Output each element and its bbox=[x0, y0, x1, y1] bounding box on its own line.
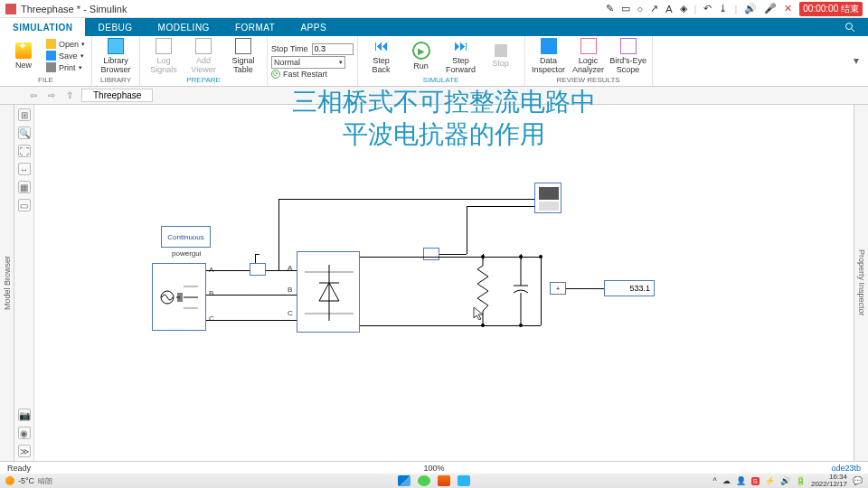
nav-forward-icon[interactable]: ⇨ bbox=[45, 89, 58, 102]
save-icon bbox=[46, 51, 56, 61]
undo-icon[interactable]: ↶ bbox=[703, 3, 712, 14]
taskbar-app-1[interactable] bbox=[418, 475, 430, 486]
tool-screenshot-icon[interactable]: 📷 bbox=[18, 408, 31, 421]
stop-icon bbox=[495, 44, 507, 57]
taskbar-weather[interactable]: -5°C 晴朗 bbox=[5, 476, 52, 486]
taskbar-clock[interactable]: 16:34 2022/12/17 bbox=[811, 474, 847, 488]
library-browser-button[interactable]: Library Browser bbox=[96, 38, 136, 74]
close-icon[interactable]: ✕ bbox=[784, 3, 792, 14]
signal-table-button[interactable]: Signal Table bbox=[223, 38, 263, 74]
block-powergui[interactable]: Continuous bbox=[161, 226, 211, 248]
fast-restart-button[interactable]: ⟳Fast Restart bbox=[271, 70, 327, 79]
taskbar-matlab-icon[interactable] bbox=[438, 475, 450, 486]
tray-onedrive-icon[interactable]: ☁ bbox=[722, 476, 731, 485]
data-inspector-icon bbox=[541, 38, 557, 54]
nav-up-icon[interactable]: ⇧ bbox=[63, 89, 76, 102]
tray-ime-icon[interactable]: S bbox=[751, 477, 760, 485]
tool-fit-icon[interactable]: ⛶ bbox=[18, 145, 31, 157]
block-display[interactable]: 533.1 bbox=[604, 280, 655, 296]
tray-battery-icon[interactable]: 🔋 bbox=[796, 476, 806, 485]
tab-debug[interactable]: DEBUG bbox=[85, 18, 145, 36]
stoptime-input[interactable] bbox=[312, 43, 354, 55]
open-icon bbox=[46, 39, 56, 49]
toolstrip-chevron[interactable]: ▾ bbox=[854, 54, 864, 67]
run-button[interactable]: ▶Run bbox=[401, 38, 441, 74]
tool-annotation-icon[interactable]: ▭ bbox=[18, 199, 31, 211]
open-button[interactable]: Open▾ bbox=[43, 38, 88, 50]
library-group-label: LIBRARY bbox=[96, 75, 136, 84]
log-signals-button[interactable]: Log Signals bbox=[144, 38, 184, 74]
print-button[interactable]: Print▾ bbox=[43, 61, 88, 73]
property-inspector-panel[interactable]: Property Inspector bbox=[854, 105, 868, 461]
rectangle-icon[interactable]: ▭ bbox=[621, 3, 630, 14]
tool-record-icon[interactable]: ◉ bbox=[18, 427, 31, 439]
breadcrumb[interactable]: Threephase bbox=[81, 89, 153, 102]
model-browser-panel[interactable]: Model Browser bbox=[0, 105, 14, 461]
add-viewer-button[interactable]: Add Viewer bbox=[184, 38, 223, 74]
scope-icon bbox=[535, 183, 562, 214]
toolstrip-tabs: SIMULATION DEBUG MODELING FORMAT APPS bbox=[0, 18, 868, 36]
block-scope[interactable] bbox=[534, 183, 561, 213]
speaker-icon[interactable]: 🔊 bbox=[744, 3, 757, 14]
play-icon: ▶ bbox=[412, 42, 430, 60]
weather-icon bbox=[5, 476, 14, 485]
windows-taskbar: -5°C 晴朗 ^ ☁ 👤 S ⚡ 🔊 🔋 16:34 2022/12/17 💬 bbox=[0, 474, 868, 488]
record-timer[interactable]: 00:00:00 结束 bbox=[799, 2, 863, 16]
stoptime-label: Stop Time bbox=[271, 44, 308, 53]
fast-restart-icon: ⟳ bbox=[271, 70, 280, 79]
status-bar: Ready 100% ode23tb bbox=[0, 461, 868, 474]
data-inspector-button[interactable]: Data Inspector bbox=[529, 38, 569, 74]
tool-image-icon[interactable]: ▦ bbox=[18, 181, 31, 193]
tray-people-icon[interactable]: 👤 bbox=[736, 476, 746, 485]
text-icon[interactable]: A bbox=[665, 4, 672, 14]
taskbar-start-icon[interactable] bbox=[398, 475, 410, 486]
viewer-icon bbox=[195, 38, 212, 54]
tray-volume-icon[interactable]: 🔊 bbox=[780, 476, 790, 485]
table-icon bbox=[235, 38, 251, 54]
tray-chevron-icon[interactable]: ^ bbox=[712, 476, 716, 485]
capacitor-icon[interactable] bbox=[514, 257, 528, 325]
tool-more-icon[interactable]: ≫ bbox=[18, 445, 31, 457]
model-canvas[interactable]: 三相桥式不可控整流电路中 平波电抗器的作用 Continuous powergu… bbox=[34, 105, 854, 461]
block-rectifier[interactable] bbox=[297, 251, 360, 333]
tab-apps[interactable]: APPS bbox=[288, 18, 339, 36]
step-forward-button[interactable]: ⏭Step Forward bbox=[441, 38, 481, 74]
tray-wifi-icon[interactable]: ⚡ bbox=[765, 476, 775, 485]
tool-explorer-icon[interactable]: ⊞ bbox=[18, 108, 31, 121]
logic-icon bbox=[580, 38, 597, 54]
birdseye-button[interactable]: Bird's-Eye Scope bbox=[609, 38, 648, 74]
simulation-mode-select[interactable]: Normal▾ bbox=[271, 56, 345, 69]
block-meas2[interactable] bbox=[423, 248, 439, 260]
prepare-group-label: PREPARE bbox=[144, 75, 263, 84]
tray-notifications-icon[interactable]: 💬 bbox=[853, 476, 863, 485]
step-back-icon: ⏮ bbox=[373, 38, 390, 54]
logic-analyzer-button[interactable]: Logic Analyzer bbox=[569, 38, 609, 74]
pencil-icon[interactable]: ✎ bbox=[606, 3, 614, 14]
taskbar-app-3[interactable] bbox=[458, 475, 470, 486]
circle-icon[interactable]: ○ bbox=[637, 4, 644, 14]
new-button[interactable]: ✦ New bbox=[4, 38, 43, 74]
step-back-button[interactable]: ⏮Step Back bbox=[362, 38, 401, 74]
arrow-icon[interactable]: ↗ bbox=[650, 3, 658, 14]
tool-arrow-icon[interactable]: ↔ bbox=[18, 163, 31, 175]
block-source[interactable] bbox=[152, 263, 206, 331]
blur-icon[interactable]: ◈ bbox=[680, 3, 687, 14]
mic-icon[interactable]: 🎤 bbox=[764, 3, 777, 14]
block-vmeas[interactable]: + bbox=[550, 282, 566, 295]
status-solver[interactable]: ode23tb bbox=[831, 464, 861, 473]
tab-simulation[interactable]: SIMULATION bbox=[0, 18, 85, 36]
svg-point-0 bbox=[846, 23, 853, 30]
overlay-title-2: 平波电抗器的作用 bbox=[34, 117, 854, 152]
status-zoom[interactable]: 100% bbox=[423, 464, 444, 473]
status-ready: Ready bbox=[7, 464, 31, 473]
tab-format[interactable]: FORMAT bbox=[222, 18, 288, 36]
download-icon[interactable]: ⤓ bbox=[719, 3, 727, 14]
new-icon: ✦ bbox=[15, 42, 32, 59]
save-button[interactable]: Save▾ bbox=[43, 50, 88, 61]
nav-back-icon[interactable]: ⇦ bbox=[27, 89, 40, 102]
tool-zoom-icon[interactable]: 🔍 bbox=[18, 127, 31, 139]
toolstrip-search-icon[interactable] bbox=[832, 18, 868, 36]
tab-modeling[interactable]: MODELING bbox=[146, 18, 222, 36]
stop-button[interactable]: Stop bbox=[481, 38, 521, 74]
block-meas1[interactable] bbox=[250, 263, 266, 276]
